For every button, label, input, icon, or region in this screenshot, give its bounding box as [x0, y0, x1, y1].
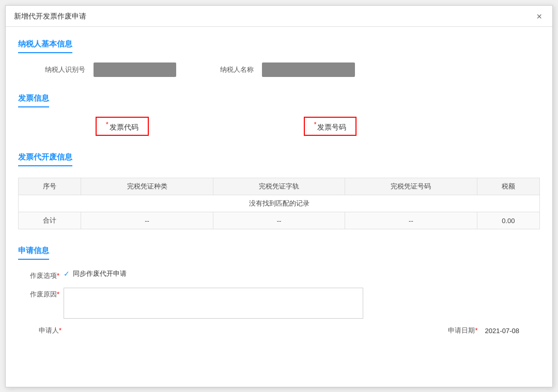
checkbox-icon[interactable]: ✓	[64, 270, 70, 278]
taxpayer-id-value	[94, 62, 176, 77]
waste-option-row: 作废选项* ✓ 同步作废代开申请	[18, 269, 540, 280]
title-bar: 新增代开发票作废申请 ×	[6, 6, 552, 27]
total-val-3: --	[345, 212, 477, 229]
invoice-section: 发票信息 *发票代码 *发票号码	[18, 89, 540, 136]
taxpayer-name-label: 纳税人名称	[207, 65, 254, 74]
invoice-code-required: *	[106, 121, 109, 128]
waste-option-checkbox-area[interactable]: ✓ 同步作废代开申请	[64, 269, 127, 278]
apply-date-value: 2021-07-08	[485, 327, 520, 335]
invoice-number-required: *	[314, 121, 317, 128]
invoice-number-label: 发票号码	[317, 122, 346, 131]
col-tax: 税额	[477, 178, 539, 195]
dialog-container: 新增代开发票作废申请 × 纳税人基本信息 纳税人识别号 纳税人名称	[5, 5, 553, 387]
invoice-waste-header: 发票代开废信息	[18, 152, 72, 166]
taxpayer-row: 纳税人识别号 纳税人名称	[18, 62, 540, 77]
total-val-4: 0.00	[477, 212, 539, 229]
applicant-label: 申请人*	[39, 326, 61, 335]
invoice-code-label: 发票代码	[110, 122, 138, 131]
no-record-text: 没有找到匹配的记录	[19, 195, 540, 212]
col-track: 完税凭证字轨	[213, 178, 345, 195]
waste-reason-label: 作废原因*	[18, 288, 59, 299]
col-number: 完税凭证号码	[345, 178, 477, 195]
dialog-body: 纳税人基本信息 纳税人识别号 纳税人名称 发票信息 *发票代码	[6, 27, 552, 360]
total-val-1: --	[81, 212, 213, 229]
invoice-code-box[interactable]: *发票代码	[96, 117, 149, 136]
col-type: 完税凭证种类	[81, 178, 213, 195]
taxpayer-section: 纳税人基本信息 纳税人识别号 纳税人名称	[18, 35, 540, 77]
taxpayer-section-header: 纳税人基本信息	[18, 39, 72, 53]
taxpayer-id-label: 纳税人识别号	[39, 65, 85, 74]
sync-label: 同步作废代开申请	[73, 269, 127, 278]
waste-reason-row: 作废原因*	[18, 288, 540, 319]
taxpayer-name-value	[262, 62, 355, 77]
dialog-title: 新增代开发票作废申请	[14, 12, 86, 21]
col-seq: 序号	[19, 178, 81, 195]
apply-section: 申请信息 作废选项* ✓ 同步作废代开申请 作废原因*	[18, 242, 540, 335]
invoice-fields-row: *发票代码 *发票号码	[18, 117, 540, 136]
waste-table: 序号 完税凭证种类 完税凭证字轨 完税凭证号码 税额 没有找到匹配的记录 合计 …	[18, 178, 540, 229]
table-header-row: 序号 完税凭证种类 完税凭证字轨 完税凭证号码 税额	[19, 178, 540, 195]
total-val-2: --	[213, 212, 345, 229]
taxpayer-id-item: 纳税人识别号	[39, 62, 176, 77]
bottom-row: 申请人* 申请日期* 2021-07-08	[18, 326, 540, 335]
waste-reason-textarea[interactable]	[64, 288, 363, 319]
no-record-row: 没有找到匹配的记录	[19, 195, 540, 212]
apply-section-header: 申请信息	[18, 246, 49, 260]
total-row: 合计 -- -- -- 0.00	[19, 212, 540, 229]
invoice-waste-section: 发票代开废信息 序号 完税凭证种类 完税凭证字轨 完税凭证号码 税额 没有找到匹…	[18, 148, 540, 229]
invoice-number-box[interactable]: *发票号码	[304, 117, 357, 136]
apply-date-item: 申请日期* 2021-07-08	[448, 326, 540, 335]
total-label: 合计	[19, 212, 81, 229]
invoice-section-header: 发票信息	[18, 93, 49, 107]
taxpayer-name-item: 纳税人名称	[207, 62, 355, 77]
applicant-item: 申请人*	[39, 326, 61, 335]
waste-option-label: 作废选项*	[18, 269, 59, 280]
close-button[interactable]: ×	[534, 12, 544, 21]
apply-date-label: 申请日期*	[448, 326, 477, 335]
